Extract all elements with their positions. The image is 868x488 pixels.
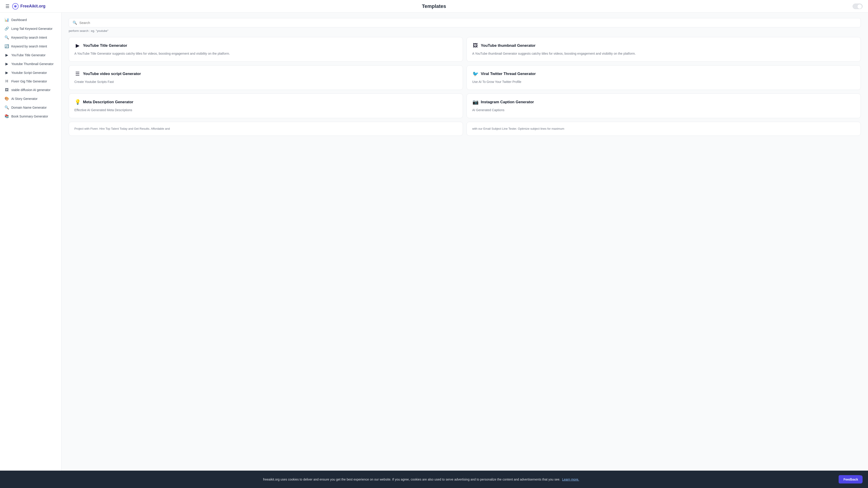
sidebar-item-youtube-title[interactable]: ▶ YouTube Title Generator <box>0 51 61 59</box>
sidebar-icon-long-tail-keyword: 🔗 <box>4 26 9 31</box>
template-card-youtube-title-generator[interactable]: ▶ YouTube Title Generator A YouTube Titl… <box>69 37 463 62</box>
bottom-partial-card-1[interactable]: with our Email Subject Line Tester. Opti… <box>467 122 861 136</box>
sidebar-icon-fiverr-gig: H <box>4 79 9 84</box>
sidebar-item-youtube-thumbnail[interactable]: ▶ Youtube Thumbnail Generator <box>0 59 61 68</box>
search-input[interactable] <box>79 21 857 25</box>
sidebar-label-book-summary: Book Summary Generator <box>11 115 48 118</box>
sidebar-icon-youtube-title: ▶ <box>4 53 9 57</box>
logo-icon <box>12 3 19 9</box>
theme-toggle[interactable] <box>852 4 863 9</box>
template-icon-viral-twitter-thread: 🐦 <box>472 71 478 77</box>
template-icon-youtube-thumbnail-generator: 🖼 <box>472 43 478 48</box>
template-icon-youtube-title-generator: ▶ <box>74 43 81 48</box>
sidebar-icon-dashboard: 📊 <box>4 18 9 22</box>
template-card-youtube-thumbnail-generator[interactable]: 🖼 YouTube thumbnail Generator A YouTube … <box>467 37 861 62</box>
logo-text: FreeAikit.org <box>20 4 45 8</box>
template-card-header-youtube-title-generator: ▶ YouTube Title Generator <box>74 43 457 48</box>
sidebar-icon-ai-story: 🎨 <box>4 96 9 101</box>
sidebar-icon-keyword-search-intent-2: 🔄 <box>4 44 9 48</box>
template-card-header-instagram-caption-generator: 📷 Instagram Caption Generator <box>472 99 855 105</box>
sidebar-item-long-tail-keyword[interactable]: 🔗 Long-Tail Keyword Generator <box>0 24 61 33</box>
sidebar-label-youtube-thumbnail: Youtube Thumbnail Generator <box>11 62 54 66</box>
sidebar-item-fiverr-gig[interactable]: H Fiverr Gig Title Generator <box>0 77 61 86</box>
sidebar-item-dashboard[interactable]: 📊 Dashboard <box>0 15 61 24</box>
template-card-viral-twitter-thread[interactable]: 🐦 Viral Twitter Thread Generator Use AI … <box>467 65 861 90</box>
sidebar-item-youtube-script[interactable]: ▶ Youtube Script Generator <box>0 68 61 77</box>
main-layout: 📊 Dashboard 🔗 Long-Tail Keyword Generato… <box>0 13 868 488</box>
template-card-instagram-caption-generator[interactable]: 📷 Instagram Caption Generator AI Generat… <box>467 94 861 118</box>
sidebar-item-ai-story[interactable]: 🎨 Ai Story Generator <box>0 94 61 103</box>
sidebar-item-keyword-search-intent-2[interactable]: 🔄 Keyword by search Intent <box>0 42 61 51</box>
search-hint: perform search : eg. "youtube" <box>69 29 861 33</box>
navbar: ☰ FreeAikit.org Templates <box>0 0 868 13</box>
sidebar-icon-keyword-search-intent-1: 🔍 <box>4 35 9 39</box>
cookie-text: freeaikit.org uses cookies to deliver an… <box>7 478 835 481</box>
template-card-youtube-video-script-generator[interactable]: ☰ YouTube video script Generator Create … <box>69 65 463 90</box>
sidebar-label-youtube-script: Youtube Script Generator <box>11 71 47 74</box>
cookie-banner: freeaikit.org uses cookies to deliver an… <box>0 470 868 488</box>
template-title-viral-twitter-thread: Viral Twitter Thread Generator <box>481 71 536 76</box>
sidebar-icon-domain-name: 🔍 <box>4 105 9 109</box>
sidebar-item-stable-diffusion[interactable]: 🖼 stable diffusion AI generator <box>0 86 61 94</box>
sidebar-label-stable-diffusion: stable diffusion AI generator <box>11 88 51 92</box>
sidebar-label-dashboard: Dashboard <box>11 18 27 22</box>
template-title-meta-description-generator: Meta Description Generator <box>83 100 133 105</box>
search-container: 🔍 perform search : eg. "youtube" <box>69 18 861 33</box>
template-card-header-viral-twitter-thread: 🐦 Viral Twitter Thread Generator <box>472 71 855 77</box>
sidebar-icon-book-summary: 📚 <box>4 114 9 119</box>
template-desc-viral-twitter-thread: Use AI To Grow Your Twitter Profile <box>472 79 855 84</box>
template-desc-youtube-title-generator: A YouTube Title Generator suggests catch… <box>74 51 457 56</box>
templates-grid: ▶ YouTube Title Generator A YouTube Titl… <box>69 37 861 118</box>
sidebar-label-domain-name: Domain Name Generator <box>11 106 46 109</box>
bottom-partial-cards: Project with Fiverr. Hire Top Talent Tod… <box>69 122 861 136</box>
sidebar-icon-stable-diffusion: 🖼 <box>4 88 9 92</box>
page-title: Templates <box>422 3 446 9</box>
template-card-header-meta-description-generator: 💡 Meta Description Generator <box>74 99 457 105</box>
sidebar-label-keyword-search-intent-2: Keyword by search Intent <box>11 44 47 48</box>
bottom-partial-card-0[interactable]: Project with Fiverr. Hire Top Talent Tod… <box>69 122 463 136</box>
partial-card-text-1: with our Email Subject Line Tester. Opti… <box>472 127 855 131</box>
sidebar-label-keyword-search-intent-1: Keyword by search Intent <box>11 36 47 39</box>
hamburger-icon[interactable]: ☰ <box>5 4 9 9</box>
template-card-header-youtube-thumbnail-generator: 🖼 YouTube thumbnail Generator <box>472 43 855 48</box>
partial-card-text-0: Project with Fiverr. Hire Top Talent Tod… <box>74 127 457 131</box>
template-desc-instagram-caption-generator: AI Generated Captions <box>472 108 855 112</box>
search-bar: 🔍 <box>69 18 861 27</box>
logo-area: FreeAikit.org <box>12 3 45 9</box>
template-desc-meta-description-generator: Effective AI Generated Meta Descriptions <box>74 108 457 112</box>
template-icon-meta-description-generator: 💡 <box>74 99 81 105</box>
sidebar-item-domain-name[interactable]: 🔍 Domain Name Generator <box>0 103 61 112</box>
sidebar-icon-youtube-thumbnail: ▶ <box>4 62 9 66</box>
template-title-youtube-video-script-generator: YouTube video script Generator <box>83 71 141 76</box>
main-content: 🔍 perform search : eg. "youtube" ▶ YouTu… <box>61 13 868 488</box>
sidebar-label-ai-story: Ai Story Generator <box>11 97 37 101</box>
feedback-button[interactable]: Feedback <box>839 475 863 484</box>
sidebar-label-long-tail-keyword: Long-Tail Keyword Generator <box>11 27 53 31</box>
template-title-instagram-caption-generator: Instagram Caption Generator <box>481 100 534 105</box>
learn-more-link[interactable]: Learn more. <box>562 478 579 481</box>
template-desc-youtube-thumbnail-generator: A YouTube thumbnail Generator suggests c… <box>472 51 855 56</box>
sidebar-label-youtube-title: YouTube Title Generator <box>11 53 46 57</box>
sidebar-icon-youtube-script: ▶ <box>4 70 9 75</box>
template-card-header-youtube-video-script-generator: ☰ YouTube video script Generator <box>74 71 457 77</box>
sidebar-item-keyword-search-intent-1[interactable]: 🔍 Keyword by search Intent <box>0 33 61 42</box>
template-icon-instagram-caption-generator: 📷 <box>472 99 478 105</box>
template-desc-youtube-video-script-generator: Create Youtube Scripts Fast <box>74 79 457 84</box>
sidebar: 📊 Dashboard 🔗 Long-Tail Keyword Generato… <box>0 13 61 488</box>
template-icon-youtube-video-script-generator: ☰ <box>74 71 81 77</box>
search-icon: 🔍 <box>72 21 77 25</box>
template-card-meta-description-generator[interactable]: 💡 Meta Description Generator Effective A… <box>69 94 463 118</box>
template-title-youtube-title-generator: YouTube Title Generator <box>83 43 127 48</box>
sidebar-label-fiverr-gig: Fiverr Gig Title Generator <box>11 79 47 83</box>
navbar-left: ☰ FreeAikit.org <box>5 3 45 9</box>
template-title-youtube-thumbnail-generator: YouTube thumbnail Generator <box>481 43 535 48</box>
sidebar-item-book-summary[interactable]: 📚 Book Summary Generator <box>0 112 61 121</box>
